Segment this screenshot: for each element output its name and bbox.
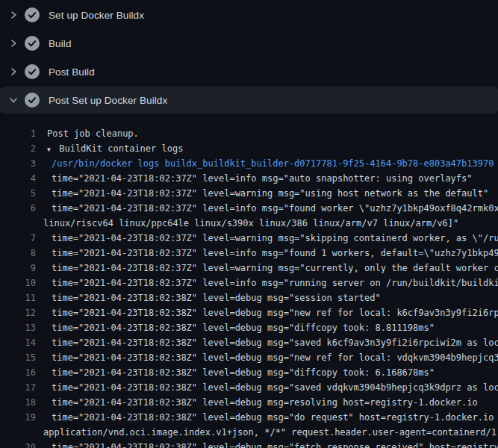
log-line-number[interactable]: 15 xyxy=(0,350,36,365)
step-title: Build xyxy=(49,38,72,49)
log-line: 6 time="2021-04-23T18:02:37Z" level=info… xyxy=(0,201,498,216)
log-line: 17 time="2021-04-23T18:02:38Z" level=deb… xyxy=(0,380,498,395)
log-line-number[interactable]: 8 xyxy=(0,246,36,261)
log-line-text: Post job cleanup. xyxy=(47,126,139,141)
steps-list: Set up Docker Buildx Build P xyxy=(0,0,498,115)
check-circle-icon xyxy=(25,36,40,51)
step-title: Post Build xyxy=(49,66,95,78)
log-line: 7 time="2021-04-23T18:02:37Z" level=warn… xyxy=(0,231,498,246)
log-line-text: time="2021-04-23T18:02:38Z" level=debug … xyxy=(52,410,498,425)
log-line-text: time="2021-04-23T18:02:37Z" level=info m… xyxy=(52,246,498,261)
log-line-number[interactable]: 17 xyxy=(0,380,36,395)
log-line-text: time="2021-04-23T18:02:37Z" level=warnin… xyxy=(52,261,498,276)
log-line-number[interactable]: 18 xyxy=(0,395,36,410)
log-line-text: time="2021-04-23T18:02:38Z" level=debug … xyxy=(52,335,498,350)
log-line-text: time="2021-04-23T18:02:37Z" level=info m… xyxy=(52,201,498,216)
log-line-text: time="2021-04-23T18:02:38Z" level=debug … xyxy=(52,290,381,305)
log-line: 5 time="2021-04-23T18:02:37Z" level=warn… xyxy=(0,186,498,201)
log-line-text: time="2021-04-23T18:02:38Z" level=debug … xyxy=(52,365,435,380)
log-line-text: ▼ BuildKit container logs xyxy=(47,141,183,156)
log-line-number[interactable]: 10 xyxy=(0,276,36,290)
log-line-text: time="2021-04-23T18:02:38Z" level=debug … xyxy=(52,320,435,335)
log-line: 1 Post job cleanup. xyxy=(0,126,498,141)
log-line: 10 time="2021-04-23T18:02:37Z" level=inf… xyxy=(0,276,498,290)
log-area[interactable]: 1 Post job cleanup. 2 ▼ BuildKit contain… xyxy=(0,126,498,448)
check-circle-icon xyxy=(25,7,40,22)
log-line-number[interactable]: 2 xyxy=(0,141,36,156)
log-line-number[interactable]: 16 xyxy=(0,365,36,380)
log-line: 3 /usr/bin/docker logs buildx_buildkit_b… xyxy=(0,156,498,171)
log-line-number[interactable]: 14 xyxy=(0,335,36,350)
log-line-number[interactable]: 20 xyxy=(0,440,36,448)
log-line: linux/riscv64 linux/ppc64le linux/s390x … xyxy=(0,216,498,231)
check-circle-icon xyxy=(25,93,40,108)
log-line-number[interactable]: 6 xyxy=(0,201,36,216)
log-line: 13 time="2021-04-23T18:02:38Z" level=deb… xyxy=(0,320,498,335)
step-header[interactable]: Post Build xyxy=(0,58,498,85)
log-line-text: time="2021-04-23T18:02:38Z" level=debug … xyxy=(52,350,498,365)
log-line: application/vnd.oci.image.index.v1+json,… xyxy=(0,425,498,440)
step-title: Set up Docker Buildx xyxy=(49,10,144,21)
log-line-text: time="2021-04-23T18:02:37Z" level=info m… xyxy=(52,171,473,186)
log-line-text: time="2021-04-23T18:02:38Z" level=debug … xyxy=(52,305,498,320)
chevron-icon[interactable] xyxy=(8,95,19,105)
chevron-icon[interactable] xyxy=(8,10,19,20)
log-line-number[interactable]: 9 xyxy=(0,261,36,276)
chevron-icon[interactable] xyxy=(8,38,19,49)
log-line: 19 time="2021-04-23T18:02:38Z" level=deb… xyxy=(0,410,498,425)
log-line-number[interactable]: 5 xyxy=(0,186,36,201)
log-line: 2 ▼ BuildKit container logs xyxy=(0,141,498,156)
log-line: 4 time="2021-04-23T18:02:37Z" level=info… xyxy=(0,171,498,186)
step-header[interactable]: Post Set up Docker Buildx xyxy=(0,87,498,113)
log-line-number[interactable]: 7 xyxy=(0,231,36,246)
log-line-text: application/vnd.oci.image.index.v1+json,… xyxy=(43,425,498,440)
log-group-toggle-icon[interactable]: ▼ xyxy=(47,143,54,156)
log-line-number[interactable]: 13 xyxy=(0,320,36,335)
step-header[interactable]: Build xyxy=(0,30,498,57)
step-header[interactable]: Set up Docker Buildx xyxy=(0,1,498,28)
log-line-number[interactable]: 1 xyxy=(0,126,36,141)
log-line: 18 time="2021-04-23T18:02:38Z" level=deb… xyxy=(0,395,498,410)
chevron-icon[interactable] xyxy=(8,66,19,77)
log-line-text: time="2021-04-23T18:02:38Z" level=debug … xyxy=(52,440,498,448)
step-title: Post Set up Docker Buildx xyxy=(49,95,167,106)
log-line: 16 time="2021-04-23T18:02:38Z" level=deb… xyxy=(0,365,498,380)
log-line-text: time="2021-04-23T18:02:38Z" level=debug … xyxy=(52,395,478,410)
log-line-text: linux/riscv64 linux/ppc64le linux/s390x … xyxy=(43,216,458,231)
log-line-number[interactable]: 3 xyxy=(0,156,36,171)
log-line: 9 time="2021-04-23T18:02:37Z" level=warn… xyxy=(0,261,498,276)
log-line: 8 time="2021-04-23T18:02:37Z" level=info… xyxy=(0,246,498,261)
log-line: 14 time="2021-04-23T18:02:38Z" level=deb… xyxy=(0,335,498,350)
log-line-number[interactable]: 12 xyxy=(0,305,36,320)
log-line: 15 time="2021-04-23T18:02:38Z" level=deb… xyxy=(0,350,498,365)
log-line-text: time="2021-04-23T18:02:38Z" level=debug … xyxy=(52,380,498,395)
log-line-text: /usr/bin/docker logs buildx_buildkit_bui… xyxy=(52,156,494,171)
log-line-number[interactable]: 19 xyxy=(0,410,36,425)
log-line-text: time="2021-04-23T18:02:37Z" level=info m… xyxy=(52,276,498,290)
log-line: 12 time="2021-04-23T18:02:38Z" level=deb… xyxy=(0,305,498,320)
log-line-text: time="2021-04-23T18:02:37Z" level=warnin… xyxy=(52,186,488,201)
log-group-title: BuildKit container logs xyxy=(54,143,183,154)
log-line: 11 time="2021-04-23T18:02:38Z" level=deb… xyxy=(0,290,498,305)
check-circle-icon xyxy=(25,64,40,79)
log-line-number[interactable]: 11 xyxy=(0,290,36,305)
log-line-number[interactable]: 4 xyxy=(0,171,36,186)
log-line: 20 time="2021-04-23T18:02:38Z" level=deb… xyxy=(0,440,498,448)
log-line-text: time="2021-04-23T18:02:37Z" level=warnin… xyxy=(52,231,498,246)
